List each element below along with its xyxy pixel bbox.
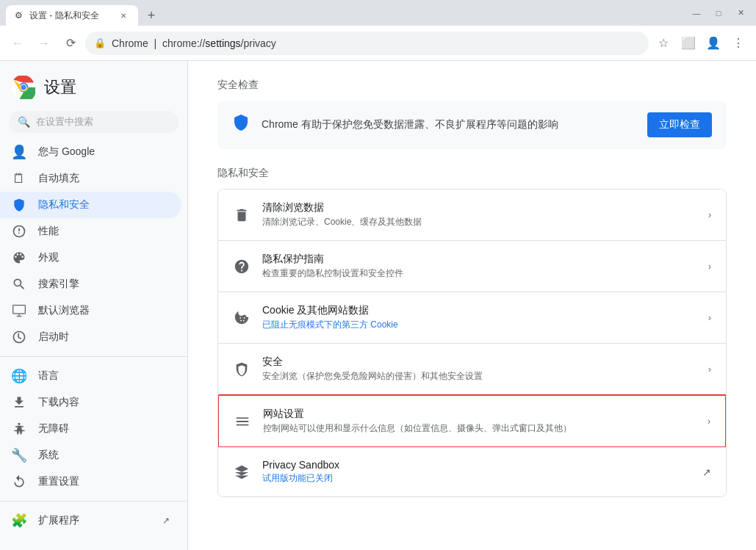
back-button[interactable]: ← — [6, 32, 29, 55]
sidebar-label-performance: 性能 — [38, 225, 59, 238]
settings-item-security[interactable]: 安全 安全浏览（保护您免受危险网站的侵害）和其他安全设置 › — [218, 344, 726, 395]
sidebar-item-reset[interactable]: 重置设置 — [0, 468, 181, 495]
security-shield-icon — [233, 361, 251, 378]
minimize-button[interactable]: — — [687, 7, 706, 20]
content-area: 安全检查 Chrome 有助于保护您免受数据泄露、不良扩展程序等问题的影响 立即… — [188, 61, 756, 550]
more-button[interactable]: ⋮ — [727, 32, 750, 55]
sidebar-label-privacy: 隐私和安全 — [38, 198, 90, 211]
startup-icon — [12, 330, 26, 344]
appearance-icon — [12, 250, 26, 265]
settings-item-privacy-guide[interactable]: 隐私保护指南 检查重要的隐私控制设置和安全控件 › — [218, 241, 726, 292]
privacy-guide-title: 隐私保护指南 — [262, 253, 696, 266]
settings-item-cookies[interactable]: Cookie 及其他网站数据 已阻止无痕模式下的第三方 Cookie › — [218, 292, 726, 344]
privacy-section-title: 隐私和安全 — [217, 167, 727, 180]
sidebar-item-appearance[interactable]: 外观 — [0, 245, 181, 271]
address-bar[interactable]: 🔒 Chrome | chrome://settings/privacy — [85, 32, 649, 55]
privacy-sandbox-content: Privacy Sandbox 试用版功能已关闭 — [262, 459, 691, 485]
bookmark-button[interactable]: ☆ — [652, 32, 675, 55]
close-button[interactable]: ✕ — [731, 7, 750, 20]
active-tab[interactable]: ⚙ 设置 - 隐私和安全 ✕ — [6, 5, 138, 26]
sidebar-divider-2 — [0, 501, 187, 502]
site-settings-content: 网站设置 控制网站可以使用和显示什么信息（如位置信息、摄像头、弹出式窗口及其他） — [263, 408, 696, 435]
sidebar-label-autofill: 自动填充 — [38, 172, 79, 185]
person-icon: 👤 — [12, 145, 26, 159]
cookies-title: Cookie 及其他网站数据 — [262, 304, 696, 317]
svg-rect-4 — [13, 305, 26, 314]
sidebar-item-startup[interactable]: 启动时 — [0, 324, 181, 350]
sidebar-title: 设置 — [44, 76, 76, 98]
sidebar-divider — [0, 356, 187, 357]
extensions-icon: 🧩 — [12, 513, 26, 528]
main-layout: 设置 🔍 在设置中搜索 👤 您与 Google 🗒 自动填充 隐私和安全 — [0, 61, 756, 550]
sidebar-item-extensions[interactable]: 🧩 扩展程序 ↗ — [0, 507, 181, 534]
language-icon: 🌐 — [12, 369, 26, 383]
sidebar-item-language[interactable]: 🌐 语言 — [0, 363, 181, 389]
check-now-button[interactable]: 立即检查 — [647, 112, 712, 137]
search-engine-icon — [12, 277, 26, 292]
sidebar-item-autofill[interactable]: 🗒 自动填充 — [0, 165, 181, 192]
window-controls: — □ ✕ — [687, 7, 750, 20]
lock-icon: 🔒 — [94, 37, 106, 48]
maximize-button[interactable]: □ — [709, 7, 728, 20]
sidebar-label-search: 搜索引擎 — [38, 278, 79, 291]
sidebar-header: 设置 — [0, 67, 187, 111]
sidebar-label-startup: 启动时 — [38, 330, 69, 344]
settings-item-clear-browsing[interactable]: 清除浏览数据 清除浏览记录、Cookie、缓存及其他数据 › — [218, 189, 726, 241]
sidebar-item-search[interactable]: 搜索引擎 — [0, 271, 181, 297]
reset-icon — [12, 474, 26, 489]
sidebar-item-system[interactable]: 🔧 系统 — [0, 442, 181, 468]
clear-browsing-title: 清除浏览数据 — [262, 201, 696, 214]
safety-card: Chrome 有助于保护您免受数据泄露、不良扩展程序等问题的影响 立即检查 — [217, 101, 727, 149]
clear-browsing-subtitle: 清除浏览记录、Cookie、缓存及其他数据 — [262, 216, 696, 228]
omnibar-actions: ☆ ⬜ 👤 ⋮ — [652, 32, 750, 55]
chrome-logo-icon — [12, 76, 35, 99]
site-settings-title: 网站设置 — [263, 408, 696, 421]
sidebar-label-system: 系统 — [38, 449, 59, 462]
cookies-subtitle: 已阻止无痕模式下的第三方 Cookie — [262, 319, 696, 331]
titlebar: ⚙ 设置 - 隐私和安全 ✕ + — □ ✕ — [0, 0, 756, 26]
security-subtitle: 安全浏览（保护您免受危险网站的侵害）和其他安全设置 — [262, 370, 696, 383]
search-placeholder: 在设置中搜索 — [36, 115, 93, 129]
address-domain: settings — [205, 37, 240, 49]
autofill-icon: 🗒 — [12, 171, 26, 186]
tab-close-button[interactable]: ✕ — [118, 10, 129, 21]
sidebar-item-performance[interactable]: 性能 — [0, 218, 181, 245]
chevron-right-icon-3: › — [708, 313, 711, 323]
tab-title: 设置 - 隐私和安全 — [29, 10, 113, 22]
sidebar-item-download[interactable]: 下载内容 — [0, 389, 181, 416]
privacy-sandbox-subtitle: 试用版功能已关闭 — [262, 472, 691, 485]
download-icon — [12, 395, 26, 410]
safety-description: Chrome 有助于保护您免受数据泄露、不良扩展程序等问题的影响 — [262, 118, 636, 131]
performance-icon — [12, 224, 26, 239]
address-text: Chrome | chrome://settings/privacy — [112, 37, 640, 49]
sidebar-label-extensions: 扩展程序 — [38, 514, 79, 527]
privacy-guide-subtitle: 检查重要的隐私控制设置和安全控件 — [262, 267, 696, 280]
sidebar-item-accessibility[interactable]: 无障碍 — [0, 416, 181, 442]
new-tab-button[interactable]: + — [141, 5, 162, 26]
security-title: 安全 — [262, 355, 696, 369]
settings-item-site-settings[interactable]: 网站设置 控制网站可以使用和显示什么信息（如位置信息、摄像头、弹出式窗口及其他）… — [219, 396, 725, 446]
sidebar-label-reset: 重置设置 — [38, 475, 79, 488]
sidebar-item-google[interactable]: 👤 您与 Google — [0, 139, 181, 165]
site-settings-highlight-wrapper: 网站设置 控制网站可以使用和显示什么信息（如位置信息、摄像头、弹出式窗口及其他）… — [217, 394, 727, 448]
forward-button[interactable]: → — [32, 32, 56, 55]
address-chrome-label: Chrome | chrome:// — [112, 37, 205, 49]
accessibility-icon — [12, 421, 26, 436]
refresh-button[interactable]: ⟳ — [59, 32, 82, 55]
sidebar-item-privacy[interactable]: 隐私和安全 — [0, 192, 181, 218]
site-settings-icon — [234, 413, 251, 430]
sidebar-search-wrapper: 🔍 在设置中搜索 — [0, 111, 187, 139]
sidebar-label-browser: 默认浏览器 — [38, 304, 90, 317]
system-icon: 🔧 — [12, 448, 26, 463]
cookies-content: Cookie 及其他网站数据 已阻止无痕模式下的第三方 Cookie — [262, 304, 696, 331]
sidebar-item-browser[interactable]: 默认浏览器 — [0, 297, 181, 324]
sidebar-search-bar[interactable]: 🔍 在设置中搜索 — [9, 111, 179, 133]
settings-item-privacy-sandbox[interactable]: Privacy Sandbox 试用版功能已关闭 ↗ — [218, 447, 726, 496]
external-link-icon: ↗ — [162, 515, 170, 526]
privacy-guide-icon — [233, 258, 251, 275]
privacy-sandbox-icon — [233, 463, 251, 481]
clear-browsing-content: 清除浏览数据 清除浏览记录、Cookie、缓存及其他数据 — [262, 201, 696, 228]
search-icon: 🔍 — [18, 116, 30, 128]
tab-search-button[interactable]: ⬜ — [677, 32, 700, 55]
profile-button[interactable]: 👤 — [702, 32, 725, 55]
